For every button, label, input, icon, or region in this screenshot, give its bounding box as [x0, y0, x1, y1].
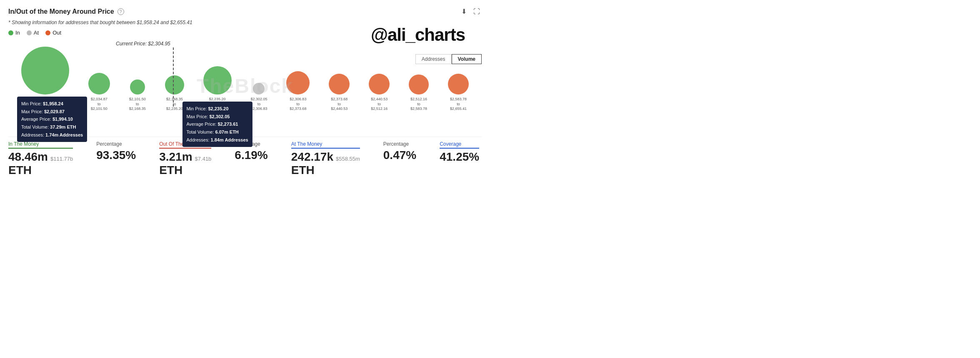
- stat-in-the-money: In The Money 48.46m ETH $111.77b: [8, 141, 80, 177]
- stat-coverage: Coverage 41.25%: [440, 141, 486, 164]
- legend-out-dot: [45, 30, 50, 35]
- range-6: $2,302.05to$2,306.83: [250, 97, 267, 112]
- stat-in-eth: 48.46m ETH: [8, 150, 48, 177]
- download-button[interactable]: ⬇: [460, 7, 468, 16]
- stat-in-pct-group: Percentage 93.35%: [96, 141, 142, 162]
- bubble-7: [286, 71, 310, 94]
- legend-out: Out: [45, 30, 61, 36]
- stat-in-pct-value: 93.35%: [96, 149, 136, 162]
- legend-at-label: At: [34, 30, 39, 36]
- bubble-col-11: $2,583.78to$2,655.41: [448, 74, 469, 112]
- stat-in-label: In The Money: [8, 141, 73, 149]
- stat-out-sub: $7.41b: [195, 156, 212, 162]
- range-2: $2,034.87to$2,101.50: [91, 97, 108, 112]
- legend-at: At: [27, 30, 39, 36]
- range-8: $2,373.68to$2,440.53: [331, 97, 348, 112]
- range-9: $2,440.53to$2,512.16: [371, 97, 388, 112]
- stat-out-eth: 3.21m ETH: [159, 150, 192, 177]
- bubble-col-2: $2,034.87to$2,101.50: [88, 73, 110, 112]
- bubble-col-8: $2,373.68to$2,440.53: [329, 74, 350, 112]
- tooltip-5: Min Price: $2,235.20 Max Price: $2,302.0…: [182, 102, 252, 147]
- chart-area: TheBlock Current Price: $2,304.95 Min Pr…: [8, 40, 482, 132]
- bubble-col-3: $2,101.50to$2,168.35: [129, 80, 146, 112]
- bubble-3: [130, 80, 145, 94]
- tooltip-1: Min Price: $1,958.24 Max Price: $2,029.8…: [17, 97, 87, 142]
- bubble-9: [369, 74, 390, 94]
- legend-at-dot: [27, 30, 32, 35]
- legend-in-dot: [8, 30, 13, 35]
- bubble-col-10: $2,512.16to$2,583.78: [409, 75, 429, 112]
- stat-out-pct-value: 6.19%: [235, 149, 268, 162]
- range-11: $2,583.78to$2,655.41: [450, 97, 467, 112]
- stat-in-value: 48.46m ETH $111.77b: [8, 150, 73, 177]
- stat-at-value: 242.17k ETH $558.55m: [291, 150, 360, 177]
- bubble-col-5: Min Price: $2,235.20 Max Price: $2,302.0…: [203, 66, 232, 112]
- bubble-2: [88, 73, 110, 94]
- stat-at-pct-value: 0.47%: [383, 149, 416, 162]
- current-price-label: Current Price: $2,304.95: [116, 41, 170, 47]
- stat-in-sub: $111.77b: [50, 156, 73, 162]
- stat-cov-value: 41.25%: [440, 150, 479, 164]
- page-title: In/Out of the Money Around Price: [8, 8, 114, 15]
- help-icon[interactable]: ?: [118, 8, 124, 15]
- range-7: $2,306.83to$2,373.68: [290, 97, 306, 112]
- stat-cov-label: Coverage: [440, 141, 479, 149]
- current-price-line: [173, 47, 174, 107]
- range-4: $2,168.35to$2,235.20: [166, 97, 183, 112]
- legend-in-label: In: [15, 30, 20, 36]
- bubble-6: [253, 83, 265, 94]
- expand-button[interactable]: ⛶: [472, 7, 482, 16]
- legend-in: In: [8, 30, 20, 36]
- subtitle: * Showing information for addresses that…: [8, 20, 482, 25]
- bubble-1: [21, 47, 69, 94]
- bubble-col-6: $2,302.05to$2,306.83: [250, 83, 267, 112]
- stat-out-value: 3.21m ETH $7.41b: [159, 150, 211, 177]
- bubble-col-1: Min Price: $1,958.24 Max Price: $2,029.8…: [21, 47, 69, 112]
- stat-at-pct-group: Percentage 0.47%: [383, 141, 423, 162]
- stat-at-sub: $558.55m: [336, 156, 360, 162]
- legend: In At Out: [8, 30, 482, 36]
- bubble-5: [203, 66, 232, 94]
- bubbles-container: Min Price: $1,958.24 Max Price: $2,029.8…: [8, 49, 482, 112]
- bubble-col-4: $2,168.35to$2,235.20: [165, 75, 184, 112]
- range-10: $2,512.16to$2,583.78: [410, 97, 427, 112]
- stat-at-eth: 242.17k ETH: [291, 150, 333, 177]
- bubble-10: [409, 75, 429, 94]
- stat-in-pct-label: Percentage: [96, 141, 136, 147]
- range-3: $2,101.50to$2,168.35: [129, 97, 146, 112]
- bubble-11: [448, 74, 469, 94]
- legend-out-label: Out: [52, 30, 61, 36]
- stat-at-the-money: At The Money 242.17k ETH $558.55m: [291, 141, 367, 177]
- bubble-4: [165, 75, 184, 94]
- bubble-col-9: $2,440.53to$2,512.16: [369, 74, 390, 112]
- stat-at-label: At The Money: [291, 141, 360, 149]
- stat-at-pct-label: Percentage: [383, 141, 416, 147]
- bubble-8: [329, 74, 350, 94]
- bubble-col-7: $2,306.83to$2,373.68: [286, 71, 310, 112]
